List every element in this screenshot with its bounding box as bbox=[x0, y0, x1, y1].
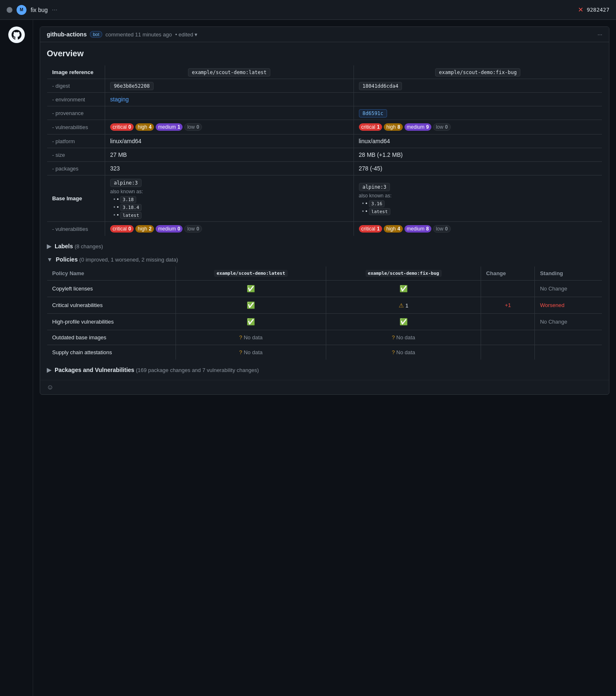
policies-table-header: Policy Name example/scout-demo:latest ex… bbox=[47, 266, 602, 281]
base-image-label: Base Image bbox=[47, 175, 105, 222]
packages-label: - packages bbox=[47, 162, 105, 175]
policies-table: Policy Name example/scout-demo:latest ex… bbox=[47, 266, 602, 360]
list-item: • 3.16 bbox=[362, 200, 597, 206]
low-badge: low 0 bbox=[184, 225, 202, 233]
branch-more-options[interactable]: ··· bbox=[52, 6, 57, 14]
comment-edited: • edited ▾ bbox=[175, 31, 197, 38]
high-badge: high 2 bbox=[135, 225, 154, 233]
table-row: - environment staging bbox=[47, 93, 602, 106]
branch-name: fix bug bbox=[31, 7, 48, 13]
status-icon: ✕ bbox=[578, 6, 583, 14]
policy-standing-cell: No Change bbox=[535, 281, 602, 297]
table-row: - size 27 MB 28 MB (+1.2 MB) bbox=[47, 148, 602, 162]
commit-dot-icon bbox=[7, 7, 12, 13]
table-row: Supply chain attestations? No data? No d… bbox=[47, 345, 602, 360]
medium-badge-fixbug: medium 9 bbox=[404, 123, 431, 131]
comment-header-actions[interactable]: ··· bbox=[597, 31, 602, 38]
policy-fixbug-status: ⚠ 1 bbox=[326, 297, 481, 314]
image-ref-label: Image reference bbox=[47, 65, 105, 79]
labels-section-header[interactable]: ▶ Labels (8 changes) bbox=[47, 243, 602, 250]
packages-section-header[interactable]: ▶ Packages and Vulnerabilities (169 pack… bbox=[47, 367, 602, 373]
emoji-bar: ☺ bbox=[40, 380, 609, 394]
environment-link[interactable]: staging bbox=[110, 96, 129, 103]
high-badge: high 4 bbox=[384, 225, 402, 233]
environment-fixbug bbox=[354, 93, 602, 106]
latest-image-badge: example/scout-demo:latest bbox=[188, 68, 270, 77]
vuln-badges-latest: critical 0 high 4 medium bbox=[110, 123, 349, 131]
policies-section-header[interactable]: ▼ Policies (0 improved, 1 worsened, 2 mi… bbox=[47, 256, 602, 263]
vuln-badges-base-fixbug: critical 1 high 4 medium 8 low 0 bbox=[359, 225, 597, 233]
platform-latest: linux/amd64 bbox=[105, 134, 354, 148]
environment-latest: staging bbox=[105, 93, 354, 106]
policy-latest-status: ✅ bbox=[176, 281, 326, 297]
table-row: - vulnerabilities critical 0 high bbox=[47, 120, 602, 134]
col-change-header: Change bbox=[481, 266, 535, 281]
policy-fixbug-status: ✅ bbox=[326, 281, 481, 297]
provenance-latest bbox=[105, 106, 354, 120]
table-row-base-vuln: - vulnerabilities critical 0 high 2 medi… bbox=[47, 222, 602, 236]
base-image-fixbug: alpine:3 also known as: • 3.16 • latest bbox=[354, 175, 602, 222]
top-bar-left: M fix bug ··· bbox=[7, 5, 58, 15]
policy-change-cell bbox=[481, 330, 535, 345]
size-label: - size bbox=[47, 148, 105, 162]
emoji-reaction-button[interactable]: ☺ bbox=[47, 384, 53, 391]
base-image-tags-latest: alpine:3 also known as: • 3.18 • 3.18.4 … bbox=[110, 179, 349, 218]
more-options-icon[interactable]: ··· bbox=[597, 31, 602, 38]
size-fixbug: 28 MB (+1.2 MB) bbox=[354, 148, 602, 162]
table-row-base-image: Base Image alpine:3 also known as: • 3.1… bbox=[47, 175, 602, 222]
labels-arrow-icon: ▶ bbox=[47, 243, 51, 250]
vuln-fixbug: critical 1 high 8 medium bbox=[354, 120, 602, 134]
critical-badge-latest: critical 0 bbox=[110, 123, 134, 131]
table-row: Copyleft licenses✅✅No Change bbox=[47, 281, 602, 297]
table-row: - platform linux/amd64 linux/amd64 bbox=[47, 134, 602, 148]
comment-header: github-actions bot commented 11 minutes … bbox=[40, 27, 609, 42]
environment-label: - environment bbox=[47, 93, 105, 106]
vuln-badges-base-latest: critical 0 high 2 medium 0 low 0 bbox=[110, 225, 349, 233]
table-row: - packages 323 278 (-45) bbox=[47, 162, 602, 175]
comment-time: commented 11 minutes ago bbox=[106, 31, 172, 38]
low-badge-latest: low 0 bbox=[184, 123, 202, 131]
high-badge-fixbug: high 8 bbox=[384, 123, 402, 131]
top-bar-right: ✕ 9282427 bbox=[578, 6, 609, 14]
provenance-fixbug: 8d6591c bbox=[354, 106, 602, 120]
table-row: Critical vulnerabilities✅⚠ 1+1Worsened bbox=[47, 297, 602, 314]
policy-latest-status: ✅ bbox=[176, 297, 326, 314]
col-fixbug-header: example/scout-demo:fix-bug bbox=[354, 65, 602, 79]
policy-change-cell bbox=[481, 345, 535, 360]
col-latest-header: example/scout-demo:latest bbox=[105, 65, 354, 79]
policy-standing-cell bbox=[535, 330, 602, 345]
provenance-label: - provenance bbox=[47, 106, 105, 120]
commit-hash[interactable]: 9282427 bbox=[587, 7, 609, 13]
packages-fixbug: 278 (-45) bbox=[354, 162, 602, 175]
base-versions-fixbug: • 3.16 • latest bbox=[359, 200, 597, 214]
platform-fixbug: linux/amd64 bbox=[354, 134, 602, 148]
policy-change-cell: +1 bbox=[481, 297, 535, 314]
policy-standing-cell bbox=[535, 345, 602, 360]
overview-table: Image reference example/scout-demo:lates… bbox=[47, 65, 602, 236]
platform-label: - platform bbox=[47, 134, 105, 148]
policy-name-cell: Critical vulnerabilities bbox=[47, 297, 176, 314]
critical-badge-fixbug: critical 1 bbox=[359, 123, 383, 131]
policy-fixbug-status: ? No data bbox=[326, 330, 481, 345]
svg-point-0 bbox=[8, 9, 11, 11]
low-badge-fixbug: low 0 bbox=[433, 123, 451, 131]
left-sidebar bbox=[0, 20, 33, 696]
comment-area: github-actions bot commented 11 minutes … bbox=[33, 20, 616, 696]
policy-name-cell: Copyleft licenses bbox=[47, 281, 176, 297]
list-item: • 3.18 bbox=[113, 196, 349, 202]
medium-badge-latest: medium 1 bbox=[156, 123, 183, 131]
chevron-down-icon[interactable]: ▾ bbox=[195, 31, 197, 38]
digest-latest: 96e3b8e52208 bbox=[105, 79, 354, 93]
top-bar: M fix bug ··· ✕ 9282427 bbox=[0, 0, 616, 20]
fixbug-image-badge: example/scout-demo:fix-bug bbox=[435, 68, 520, 77]
overview-heading: Overview bbox=[47, 49, 602, 58]
policy-name-cell: Outdated base images bbox=[47, 330, 176, 345]
policy-name-cell: High-profile vulnerabilities bbox=[47, 314, 176, 330]
main-content: github-actions bot commented 11 minutes … bbox=[0, 20, 616, 696]
policy-latest-status: ? No data bbox=[176, 345, 326, 360]
policy-fixbug-status: ✅ bbox=[326, 314, 481, 330]
low-badge: low 0 bbox=[433, 225, 451, 233]
base-vuln-latest: critical 0 high 2 medium 0 low 0 bbox=[105, 222, 354, 236]
list-item: • latest bbox=[113, 212, 349, 218]
github-logo bbox=[8, 26, 25, 43]
